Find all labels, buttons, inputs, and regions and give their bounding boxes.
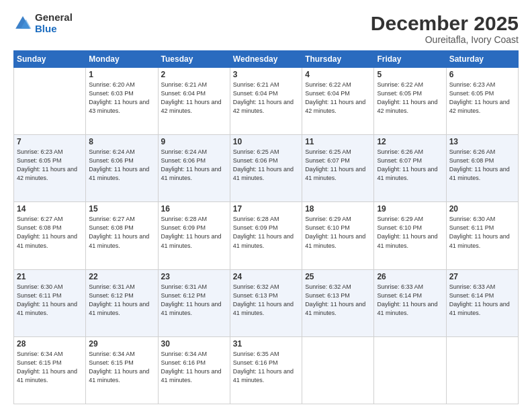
calendar-cell: 1Sunrise: 6:20 AMSunset: 6:03 PMDaylight… bbox=[86, 68, 158, 135]
calendar-cell bbox=[14, 68, 86, 135]
day-number: 24 bbox=[233, 272, 299, 281]
calendar-cell: 26Sunrise: 6:33 AMSunset: 6:14 PMDayligh… bbox=[374, 269, 446, 336]
title-block: December 2025 Oureitafla, Ivory Coast bbox=[371, 12, 519, 45]
day-number: 20 bbox=[449, 204, 515, 214]
calendar-row-1: 1Sunrise: 6:20 AMSunset: 6:03 PMDaylight… bbox=[14, 68, 519, 135]
day-info: Sunrise: 6:24 AMSunset: 6:06 PMDaylight:… bbox=[89, 148, 154, 183]
calendar-cell: 18Sunrise: 6:29 AMSunset: 6:10 PMDayligh… bbox=[302, 202, 374, 269]
day-number: 5 bbox=[377, 70, 443, 79]
calendar-cell bbox=[374, 336, 446, 404]
calendar-cell: 13Sunrise: 6:26 AMSunset: 6:08 PMDayligh… bbox=[446, 135, 518, 202]
calendar-cell: 24Sunrise: 6:32 AMSunset: 6:13 PMDayligh… bbox=[230, 269, 302, 336]
weekday-header-monday: Monday bbox=[86, 51, 158, 68]
day-info: Sunrise: 6:27 AMSunset: 6:08 PMDaylight:… bbox=[17, 215, 83, 250]
day-info: Sunrise: 6:23 AMSunset: 6:05 PMDaylight:… bbox=[449, 81, 515, 116]
calendar-cell: 20Sunrise: 6:30 AMSunset: 6:11 PMDayligh… bbox=[446, 202, 518, 269]
calendar-cell: 10Sunrise: 6:25 AMSunset: 6:06 PMDayligh… bbox=[230, 135, 302, 202]
day-number: 18 bbox=[305, 204, 371, 214]
day-info: Sunrise: 6:29 AMSunset: 6:10 PMDaylight:… bbox=[377, 215, 443, 250]
day-info: Sunrise: 6:26 AMSunset: 6:07 PMDaylight:… bbox=[377, 148, 443, 183]
calendar-row-3: 14Sunrise: 6:27 AMSunset: 6:08 PMDayligh… bbox=[14, 202, 519, 269]
day-number: 15 bbox=[89, 204, 154, 214]
weekday-header-thursday: Thursday bbox=[302, 51, 374, 68]
calendar-cell: 9Sunrise: 6:24 AMSunset: 6:06 PMDaylight… bbox=[158, 135, 230, 202]
day-number: 13 bbox=[449, 137, 515, 146]
day-number: 9 bbox=[161, 137, 227, 146]
day-info: Sunrise: 6:34 AMSunset: 6:15 PMDaylight:… bbox=[89, 350, 154, 385]
calendar-cell: 12Sunrise: 6:26 AMSunset: 6:07 PMDayligh… bbox=[374, 135, 446, 202]
weekday-header-saturday: Saturday bbox=[446, 51, 518, 68]
calendar-cell: 6Sunrise: 6:23 AMSunset: 6:05 PMDaylight… bbox=[446, 68, 518, 135]
logo-general-text: General bbox=[35, 12, 73, 24]
day-info: Sunrise: 6:32 AMSunset: 6:13 PMDaylight:… bbox=[233, 283, 299, 318]
calendar-cell: 25Sunrise: 6:32 AMSunset: 6:13 PMDayligh… bbox=[302, 269, 374, 336]
day-info: Sunrise: 6:22 AMSunset: 6:04 PMDaylight:… bbox=[305, 81, 371, 116]
day-number: 23 bbox=[161, 272, 227, 281]
day-info: Sunrise: 6:33 AMSunset: 6:14 PMDaylight:… bbox=[377, 283, 443, 318]
day-number: 29 bbox=[89, 339, 154, 349]
calendar-cell: 27Sunrise: 6:33 AMSunset: 6:14 PMDayligh… bbox=[446, 269, 518, 336]
day-number: 16 bbox=[161, 204, 227, 214]
calendar-row-2: 7Sunrise: 6:23 AMSunset: 6:05 PMDaylight… bbox=[14, 135, 519, 202]
calendar-cell: 11Sunrise: 6:25 AMSunset: 6:07 PMDayligh… bbox=[302, 135, 374, 202]
day-info: Sunrise: 6:26 AMSunset: 6:08 PMDaylight:… bbox=[449, 148, 515, 183]
calendar-cell: 8Sunrise: 6:24 AMSunset: 6:06 PMDaylight… bbox=[86, 135, 158, 202]
calendar-title: December 2025 bbox=[371, 12, 519, 34]
day-info: Sunrise: 6:21 AMSunset: 6:04 PMDaylight:… bbox=[233, 81, 299, 116]
calendar-cell: 3Sunrise: 6:21 AMSunset: 6:04 PMDaylight… bbox=[230, 68, 302, 135]
day-number: 4 bbox=[305, 70, 371, 79]
calendar-cell: 31Sunrise: 6:35 AMSunset: 6:16 PMDayligh… bbox=[230, 336, 302, 404]
weekday-header-row: SundayMondayTuesdayWednesdayThursdayFrid… bbox=[14, 51, 519, 68]
calendar-cell: 23Sunrise: 6:31 AMSunset: 6:12 PMDayligh… bbox=[158, 269, 230, 336]
calendar-cell: 14Sunrise: 6:27 AMSunset: 6:08 PMDayligh… bbox=[14, 202, 86, 269]
day-info: Sunrise: 6:35 AMSunset: 6:16 PMDaylight:… bbox=[233, 350, 299, 385]
calendar-cell bbox=[446, 336, 518, 404]
day-number: 3 bbox=[233, 70, 299, 79]
day-info: Sunrise: 6:34 AMSunset: 6:16 PMDaylight:… bbox=[161, 350, 227, 385]
day-info: Sunrise: 6:31 AMSunset: 6:12 PMDaylight:… bbox=[89, 283, 154, 318]
day-info: Sunrise: 6:27 AMSunset: 6:08 PMDaylight:… bbox=[89, 215, 154, 250]
weekday-header-tuesday: Tuesday bbox=[158, 51, 230, 68]
calendar-cell: 16Sunrise: 6:28 AMSunset: 6:09 PMDayligh… bbox=[158, 202, 230, 269]
day-number: 10 bbox=[233, 137, 299, 146]
calendar-cell: 30Sunrise: 6:34 AMSunset: 6:16 PMDayligh… bbox=[158, 336, 230, 404]
calendar-row-4: 21Sunrise: 6:30 AMSunset: 6:11 PMDayligh… bbox=[14, 269, 519, 336]
day-info: Sunrise: 6:28 AMSunset: 6:09 PMDaylight:… bbox=[233, 215, 299, 250]
day-number: 2 bbox=[161, 70, 227, 79]
logo-icon bbox=[13, 14, 32, 33]
day-info: Sunrise: 6:30 AMSunset: 6:11 PMDaylight:… bbox=[449, 215, 515, 250]
day-info: Sunrise: 6:34 AMSunset: 6:15 PMDaylight:… bbox=[17, 350, 83, 385]
day-number: 14 bbox=[17, 204, 83, 214]
day-info: Sunrise: 6:33 AMSunset: 6:14 PMDaylight:… bbox=[449, 283, 515, 318]
day-number: 26 bbox=[377, 272, 443, 281]
weekday-header-friday: Friday bbox=[374, 51, 446, 68]
calendar-row-5: 28Sunrise: 6:34 AMSunset: 6:15 PMDayligh… bbox=[14, 336, 519, 404]
day-number: 22 bbox=[89, 272, 154, 281]
header: General Blue December 2025 Oureitafla, I… bbox=[13, 12, 519, 45]
day-number: 1 bbox=[89, 70, 154, 79]
day-info: Sunrise: 6:24 AMSunset: 6:06 PMDaylight:… bbox=[161, 148, 227, 183]
calendar-cell: 15Sunrise: 6:27 AMSunset: 6:08 PMDayligh… bbox=[86, 202, 158, 269]
calendar-cell: 7Sunrise: 6:23 AMSunset: 6:05 PMDaylight… bbox=[14, 135, 86, 202]
day-number: 17 bbox=[233, 204, 299, 214]
day-number: 11 bbox=[305, 137, 371, 146]
logo-text: General Blue bbox=[35, 12, 73, 34]
day-number: 28 bbox=[17, 339, 83, 349]
calendar-cell: 21Sunrise: 6:30 AMSunset: 6:11 PMDayligh… bbox=[14, 269, 86, 336]
day-info: Sunrise: 6:28 AMSunset: 6:09 PMDaylight:… bbox=[161, 215, 227, 250]
day-info: Sunrise: 6:29 AMSunset: 6:10 PMDaylight:… bbox=[305, 215, 371, 250]
day-number: 21 bbox=[17, 272, 83, 281]
calendar-cell: 4Sunrise: 6:22 AMSunset: 6:04 PMDaylight… bbox=[302, 68, 374, 135]
day-number: 31 bbox=[233, 339, 299, 349]
logo: General Blue bbox=[13, 12, 73, 34]
calendar-table: SundayMondayTuesdayWednesdayThursdayFrid… bbox=[13, 50, 519, 404]
calendar-cell: 29Sunrise: 6:34 AMSunset: 6:15 PMDayligh… bbox=[86, 336, 158, 404]
day-number: 6 bbox=[449, 70, 515, 79]
day-number: 25 bbox=[305, 272, 371, 281]
day-number: 30 bbox=[161, 339, 227, 349]
calendar-cell bbox=[302, 336, 374, 404]
day-info: Sunrise: 6:32 AMSunset: 6:13 PMDaylight:… bbox=[305, 283, 371, 318]
weekday-header-sunday: Sunday bbox=[14, 51, 86, 68]
day-info: Sunrise: 6:30 AMSunset: 6:11 PMDaylight:… bbox=[17, 283, 83, 318]
calendar-cell: 2Sunrise: 6:21 AMSunset: 6:04 PMDaylight… bbox=[158, 68, 230, 135]
